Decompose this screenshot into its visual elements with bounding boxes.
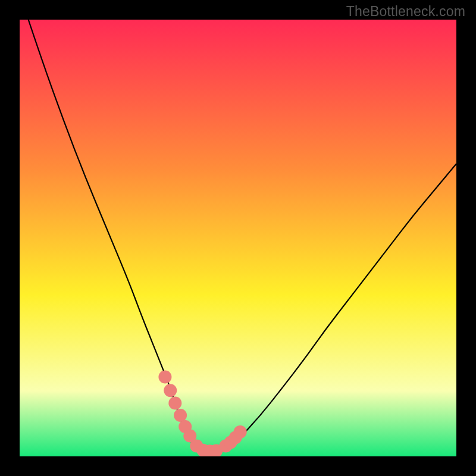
chart-curve [20, 20, 456, 456]
watermark-text: TheBottleneck.com [346, 4, 465, 20]
chart-stage: TheBottleneck.com [0, 0, 476, 476]
marker-dot [234, 425, 247, 439]
marker-group [158, 370, 246, 456]
marker-dot [174, 409, 187, 422]
marker-dot [168, 396, 181, 409]
marker-dot [164, 384, 177, 397]
bottleneck-curve [29, 20, 456, 452]
marker-dot [158, 370, 171, 383]
plot-area [20, 20, 456, 456]
